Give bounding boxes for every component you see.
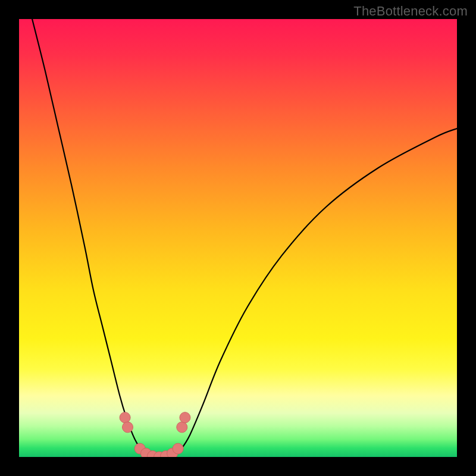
right-branch-curve (173, 129, 457, 457)
data-marker (120, 412, 130, 423)
plot-area (19, 19, 457, 457)
left-branch-curve (32, 19, 151, 457)
data-marker (180, 412, 190, 423)
data-marker (173, 443, 183, 454)
data-marker (123, 422, 133, 433)
curve-layer (19, 19, 457, 457)
watermark-text: TheBottleneck.com (353, 4, 468, 19)
valley-markers (120, 412, 190, 457)
chart-frame: TheBottleneck.com (0, 0, 476, 476)
data-marker (177, 422, 187, 433)
